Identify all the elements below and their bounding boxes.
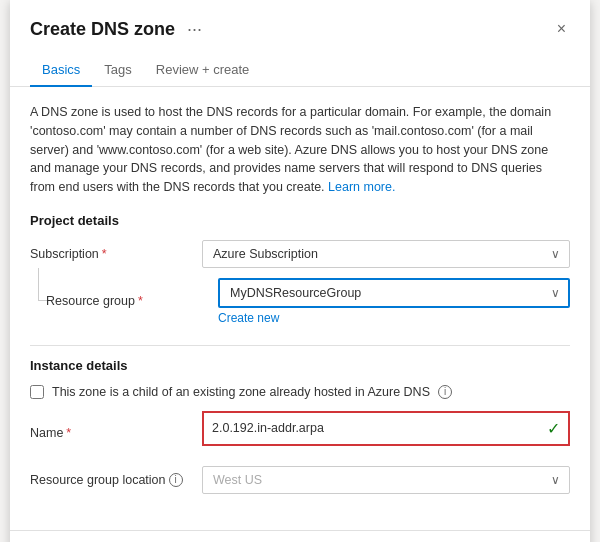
subscription-required: * [102, 247, 107, 261]
create-dns-zone-dialog: Create DNS zone ··· × Basics Tags Review… [10, 0, 590, 542]
name-row: Name * ✓ [30, 411, 570, 456]
name-input[interactable] [212, 421, 535, 435]
dialog-footer: Review + create Previous Next : Tags > D… [10, 530, 590, 542]
location-row: Resource group location i West US [30, 466, 570, 494]
project-details-title: Project details [30, 213, 570, 228]
description-text: A DNS zone is used to host the DNS recor… [30, 103, 570, 197]
name-required: * [66, 426, 71, 440]
dialog-header: Create DNS zone ··· × [10, 0, 590, 42]
project-details-section: Project details Subscription * Azure Sub… [30, 213, 570, 325]
tab-tags[interactable]: Tags [92, 54, 143, 87]
dialog-body: A DNS zone is used to host the DNS recor… [10, 87, 590, 530]
dialog-menu-dots[interactable]: ··· [187, 19, 202, 40]
resource-group-select[interactable]: MyDNSResourceGroup [218, 278, 570, 308]
child-zone-checkbox[interactable] [30, 385, 44, 399]
subscription-row: Subscription * Azure Subscription [30, 240, 570, 268]
subscription-control: Azure Subscription [202, 240, 570, 268]
instance-details-title: Instance details [30, 358, 570, 373]
child-zone-label: This zone is a child of an existing zone… [52, 385, 430, 399]
close-button[interactable]: × [553, 16, 570, 42]
resource-group-control: MyDNSResourceGroup Create new [218, 278, 570, 325]
tab-basics[interactable]: Basics [30, 54, 92, 87]
location-control: West US [202, 466, 570, 494]
name-control: ✓ [202, 411, 570, 456]
instance-details-section: Instance details This zone is a child of… [30, 358, 570, 494]
tab-bar: Basics Tags Review + create [10, 46, 590, 87]
name-label: Name * [30, 426, 190, 440]
name-valid-icon: ✓ [547, 419, 560, 438]
subscription-label: Subscription * [30, 247, 190, 261]
section-divider [30, 345, 570, 346]
resource-group-required: * [138, 294, 143, 308]
create-new-link[interactable]: Create new [218, 311, 570, 325]
dialog-title: Create DNS zone [30, 19, 175, 40]
subscription-select[interactable]: Azure Subscription [202, 240, 570, 268]
location-select[interactable]: West US [202, 466, 570, 494]
name-input-wrapper: ✓ [202, 411, 570, 446]
learn-more-link[interactable]: Learn more. [328, 180, 395, 194]
resource-group-label: Resource group * [46, 294, 206, 308]
tab-review-create[interactable]: Review + create [144, 54, 262, 87]
child-zone-info-icon[interactable]: i [438, 385, 452, 399]
child-zone-checkbox-row: This zone is a child of an existing zone… [30, 385, 570, 399]
location-info-icon[interactable]: i [169, 473, 183, 487]
location-label: Resource group location i [30, 473, 190, 487]
resource-group-row: Resource group * MyDNSResourceGroup Crea… [30, 278, 570, 325]
